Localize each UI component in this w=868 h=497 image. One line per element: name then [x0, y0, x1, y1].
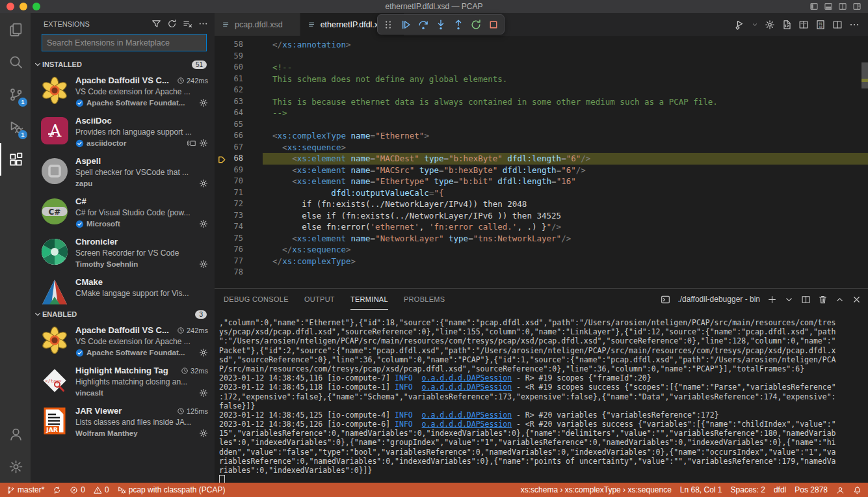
panel-tab-terminal[interactable]: TERMINAL [350, 289, 388, 310]
activity-item-explorer[interactable] [0, 13, 31, 46]
status-indentation[interactable]: Spaces: 2 [731, 485, 765, 494]
book-icon[interactable] [798, 20, 809, 30]
manage-gear-icon[interactable] [199, 179, 208, 188]
extension-name: JAR Viewer [75, 406, 122, 416]
status-branch[interactable]: master* [7, 485, 44, 494]
terminal-output[interactable]: ,"column":0,"name":"Ethernet"},{"id":18,… [215, 310, 868, 483]
status-breadcrumb[interactable]: xs:schema › xs:complexType › xs:sequence [521, 485, 672, 494]
toggle-panel-icon[interactable] [824, 2, 833, 11]
editor-tab[interactable]: pcap.dfdl.xsd [215, 13, 300, 36]
toggle-sidebar-icon[interactable] [809, 2, 819, 11]
source-control-badge: 1 [18, 98, 27, 107]
terminal-line: 2023-01-12 14:38:45,116 [io-compute-7] I… [219, 373, 865, 383]
status-document-position[interactable]: Pos 2878 [795, 485, 828, 494]
asciidoc-logo: A [41, 117, 68, 144]
manage-gear-icon[interactable] [199, 98, 208, 107]
manage-gear-icon[interactable] [199, 388, 208, 397]
trash-icon[interactable] [818, 295, 828, 304]
panel-tab-debug-console[interactable]: DEBUG CONSOLE [224, 289, 289, 310]
plus-icon[interactable] [767, 295, 777, 304]
extension-item[interactable]: JARJAR Viewer125msLists classes and file… [31, 402, 215, 442]
toggle-secondary-sidebar-icon[interactable] [838, 2, 847, 11]
minimize-button[interactable] [20, 3, 27, 10]
manage-gear-icon[interactable] [199, 219, 208, 228]
code-editor[interactable]: 58 </xs:annotation>5960 <!--61 This sche… [215, 36, 868, 288]
chevron-down-icon[interactable] [752, 21, 758, 28]
status-notifications[interactable] [853, 486, 861, 494]
section-header-installed[interactable]: INSTALLED51 [31, 57, 215, 72]
split-panel-icon[interactable] [801, 295, 811, 304]
gear-icon[interactable] [765, 20, 775, 30]
extension-item[interactable]: ChroniclerScreen Recorder for VS CodeTim… [31, 233, 215, 273]
manage-gear-icon[interactable] [199, 139, 208, 148]
search-input[interactable] [42, 34, 207, 51]
preview-icon [187, 139, 196, 148]
code-line: 77 </xs:complexType> [215, 256, 868, 267]
status-sync[interactable] [53, 486, 61, 494]
extension-item[interactable]: </tag>Highlight Matching Tag32msHighligh… [31, 362, 215, 402]
refresh-icon[interactable] [167, 19, 177, 29]
zoom-button[interactable] [33, 3, 40, 10]
status-cursor-position[interactable]: Ln 68, Col 1 [680, 485, 722, 494]
section-header-enabled[interactable]: ENABLED3 [31, 307, 215, 321]
extension-item[interactable]: Apache Daffodil VS C...242msVS Code exte… [31, 321, 215, 362]
search-box [31, 32, 215, 57]
code-line: 67 <xs:sequence> [215, 142, 868, 154]
manage-gear-icon[interactable] [199, 429, 208, 438]
terminal-line: 15","variablesReference":0,"namedVariabl… [219, 429, 865, 438]
extension-item[interactable]: C#C#C# for Visual Studio Code (pow...Mic… [31, 193, 215, 233]
terminal-session-label[interactable]: ./daffodil-debugger - bin [677, 295, 760, 304]
debug-current-line-icon [217, 154, 227, 165]
activity-item-accounts[interactable] [0, 418, 31, 450]
status-feedback[interactable] [836, 486, 845, 494]
step-out-button[interactable] [450, 16, 467, 33]
status-language-mode[interactable]: dfdl [774, 485, 786, 494]
code-line: 62 [215, 85, 868, 96]
step-into-button[interactable] [432, 16, 449, 33]
customize-layout-icon[interactable] [852, 2, 861, 11]
extension-item[interactable]: AspellSpell checker for VSCode that ...z… [31, 152, 215, 193]
panel-tab-output[interactable]: OUTPUT [304, 289, 335, 310]
status-warnings[interactable]: 0 [94, 485, 109, 494]
code-line: 61 This schema does not define any globa… [215, 74, 868, 85]
extension-item[interactable]: AAsciiDocProvides rich language support … [31, 112, 215, 152]
manage-gear-icon[interactable] [199, 260, 208, 269]
activity-item-settings[interactable] [0, 450, 31, 483]
svg-text:JAR: JAR [46, 426, 59, 433]
code-line: 73 else if (fn:exists(../NetworkLayer/IP… [215, 210, 868, 222]
extension-item[interactable]: CMakeCMake langage support for Vis... [31, 273, 215, 307]
chevron-down-icon[interactable] [784, 295, 794, 304]
code-line: 78 [215, 267, 868, 278]
activity-item-run-debug[interactable]: 1 [0, 111, 31, 143]
binary-icon[interactable]: 0110 [815, 20, 826, 30]
clear-all-icon[interactable] [183, 19, 192, 29]
chevron-up-icon[interactable] [835, 295, 845, 304]
continue-button[interactable] [397, 16, 414, 33]
terminal-line: Packet"},{"id":2,"source":{"name":"pcap.… [219, 346, 865, 355]
file-code-icon[interactable] [782, 20, 792, 30]
close-button[interactable] [7, 3, 14, 10]
split-editor-icon[interactable] [832, 20, 843, 30]
drag-handle-button[interactable] [380, 16, 397, 33]
window-controls [0, 3, 40, 10]
close-icon[interactable] [852, 295, 861, 304]
activity-item-search[interactable] [0, 46, 31, 78]
activity-item-source-control[interactable]: 1 [0, 78, 31, 111]
editor-scrollbar[interactable] [861, 62, 868, 88]
restart-button[interactable] [467, 16, 484, 33]
run-debug-badge: 1 [18, 130, 27, 139]
panel-tab-problems[interactable]: PROBLEMS [404, 289, 445, 310]
run-select-icon[interactable] [735, 20, 745, 30]
more-icon[interactable] [198, 19, 208, 29]
step-over-button[interactable] [415, 16, 432, 33]
status-errors[interactable]: 0 [70, 485, 85, 494]
activity-item-extensions[interactable] [0, 143, 31, 176]
svg-text:C#: C# [49, 208, 61, 217]
line-number: 64 [215, 107, 263, 119]
stop-button[interactable] [485, 16, 502, 33]
extension-item[interactable]: Apache Daffodil VS C...242msVS Code exte… [31, 72, 215, 112]
more-icon[interactable] [849, 20, 860, 30]
status-debug-config[interactable]: pcap with classpath (PCAP) [118, 485, 226, 494]
filter-icon[interactable] [151, 19, 161, 29]
manage-gear-icon[interactable] [199, 348, 208, 357]
